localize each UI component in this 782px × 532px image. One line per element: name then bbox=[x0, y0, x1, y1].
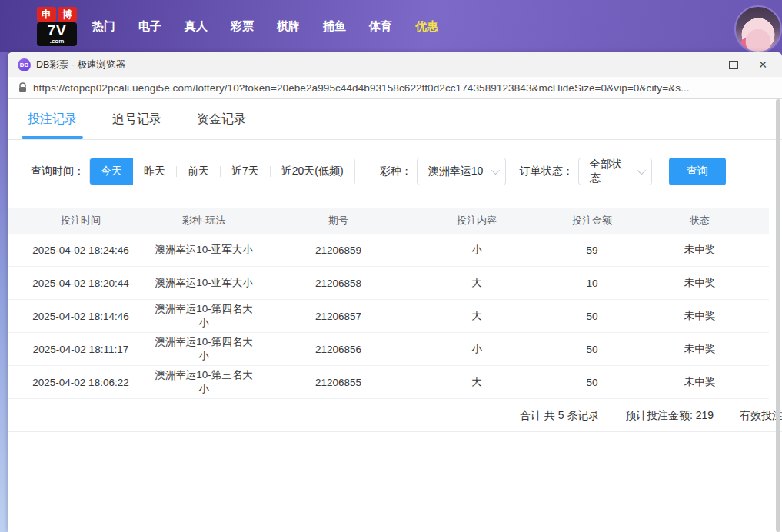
lottery-select-value: 澳洲幸运10 bbox=[428, 165, 484, 178]
cell-bet-content: 大 bbox=[423, 267, 531, 300]
logo-sub-text: .com bbox=[50, 38, 65, 45]
site-logo[interactable]: 申 博 7V .com bbox=[35, 7, 78, 46]
summary-row: 合计 共 5 条记录 预计投注金额: 219 有效投注 bbox=[8, 399, 782, 432]
cell-bet-time: 2025-04-02 18:11:17 bbox=[8, 333, 154, 366]
minimize-button[interactable] bbox=[690, 52, 719, 77]
cell-status: 未中奖 bbox=[654, 366, 746, 399]
logo-main-block: 7V .com bbox=[37, 22, 77, 46]
col-issue: 期号 bbox=[254, 208, 423, 234]
window-titlebar[interactable]: DB DB彩票 - 极速浏览器 ✕ bbox=[8, 52, 782, 77]
cell-bet-amount: 10 bbox=[531, 267, 654, 300]
site-nav-bar: 申 博 7V .com 热门 电子 真人 彩票 棋牌 捕鱼 体育 优惠 bbox=[0, 0, 782, 52]
logo-red-badge-right: 博 bbox=[58, 7, 77, 22]
cell-lottery-play: 澳洲幸运10-亚军大小 bbox=[154, 267, 254, 300]
time-option-yesterday[interactable]: 昨天 bbox=[133, 158, 176, 185]
nav-item-lottery[interactable]: 彩票 bbox=[219, 19, 265, 34]
cell-bet-amount: 50 bbox=[531, 300, 654, 333]
order-status-value: 全部状态 bbox=[590, 158, 630, 185]
nav-item-sports[interactable]: 体育 bbox=[358, 19, 404, 34]
cell-issue: 21206857 bbox=[254, 300, 423, 333]
window-title: DB彩票 - 极速浏览器 bbox=[36, 58, 125, 71]
cell-bet-amount: 50 bbox=[531, 333, 654, 366]
table-header-row: 投注时间 彩种-玩法 期号 投注内容 投注金额 状态 bbox=[8, 208, 769, 234]
cell-bet-time: 2025-04-02 18:20:44 bbox=[8, 267, 154, 300]
table-row: 2025-04-02 18:14:46 澳洲幸运10-第四名大小 2120685… bbox=[8, 300, 769, 333]
col-lottery-play: 彩种-玩法 bbox=[154, 208, 254, 234]
nav-item-promo[interactable]: 优惠 bbox=[404, 19, 450, 34]
nav-item-chess[interactable]: 棋牌 bbox=[265, 19, 311, 34]
time-range-group: 今天 昨天 前天 近7天 近20天(低频) bbox=[89, 158, 355, 185]
lottery-select[interactable]: 澳洲幸运10 bbox=[417, 158, 506, 185]
time-option-7days[interactable]: 近7天 bbox=[221, 158, 270, 185]
time-option-day-before[interactable]: 前天 bbox=[177, 158, 220, 185]
logo-main-text: 7V bbox=[47, 23, 66, 38]
status-filter-label: 订单状态： bbox=[520, 165, 574, 178]
user-avatar[interactable] bbox=[734, 5, 782, 53]
search-button[interactable]: 查询 bbox=[669, 158, 726, 185]
cell-bet-content: 小 bbox=[423, 333, 531, 366]
cell-bet-amount: 50 bbox=[531, 366, 654, 399]
chevron-down-icon bbox=[491, 166, 499, 175]
bet-records-table: 投注时间 彩种-玩法 期号 投注内容 投注金额 状态 2025-04-02 18… bbox=[8, 208, 769, 399]
logo-red-badge-left: 申 bbox=[37, 7, 56, 22]
cell-bet-time: 2025-04-02 18:24:46 bbox=[8, 234, 154, 267]
minimize-icon bbox=[700, 65, 709, 65]
time-filter-label: 查询时间： bbox=[31, 165, 85, 178]
cell-bet-time: 2025-04-02 18:06:22 bbox=[8, 366, 154, 399]
window-controls: ✕ bbox=[690, 52, 777, 77]
url-text[interactable]: https://ctopcp02pcali.uengi5e.com/lotter… bbox=[33, 82, 690, 94]
browser-app-icon: DB bbox=[18, 58, 31, 71]
lock-icon bbox=[18, 82, 27, 93]
browser-window: DB DB彩票 - 极速浏览器 ✕ https://ctopcp02pcali.… bbox=[8, 52, 782, 532]
tab-fund-records[interactable]: 资金记录 bbox=[197, 99, 246, 139]
cell-status: 未中奖 bbox=[654, 267, 746, 300]
record-tabs: 投注记录 追号记录 资金记录 bbox=[8, 99, 782, 140]
vertical-scrollbar[interactable] bbox=[776, 99, 780, 532]
cell-lottery-play: 澳洲幸运10-第四名大小 bbox=[154, 333, 254, 366]
cell-lottery-play: 澳洲幸运10-第三名大小 bbox=[154, 366, 254, 399]
col-bet-content: 投注内容 bbox=[423, 208, 531, 234]
col-bet-time: 投注时间 bbox=[8, 208, 154, 234]
cell-lottery-play: 澳洲幸运10-亚军大小 bbox=[154, 234, 254, 267]
cell-bet-time: 2025-04-02 18:14:46 bbox=[8, 300, 154, 333]
table-row: 2025-04-02 18:20:44 澳洲幸运10-亚军大小 21206858… bbox=[8, 267, 769, 300]
lottery-filter-label: 彩种： bbox=[380, 165, 412, 178]
tab-bet-records[interactable]: 投注记录 bbox=[28, 99, 77, 139]
summary-total-records: 合计 共 5 条记录 bbox=[520, 409, 599, 423]
cell-issue: 21206858 bbox=[254, 267, 423, 300]
close-icon: ✕ bbox=[758, 59, 767, 70]
browser-urlbar[interactable]: https://ctopcp02pcali.uengi5e.com/lotter… bbox=[8, 77, 782, 99]
table-row: 2025-04-02 18:11:17 澳洲幸运10-第四名大小 2120685… bbox=[8, 333, 769, 366]
close-button[interactable]: ✕ bbox=[748, 52, 777, 77]
page-content: 投注记录 追号记录 资金记录 查询时间： 今天 昨天 前天 近7天 近20天(低… bbox=[8, 99, 782, 532]
chevron-down-icon bbox=[637, 166, 646, 175]
nav-item-fishing[interactable]: 捕鱼 bbox=[311, 19, 358, 34]
nav-item-electronic[interactable]: 电子 bbox=[127, 19, 173, 34]
maximize-icon bbox=[729, 61, 738, 69]
site-nav-menu: 热门 电子 真人 彩票 棋牌 捕鱼 体育 优惠 bbox=[81, 0, 450, 52]
time-option-20days[interactable]: 近20天(低频) bbox=[271, 158, 354, 185]
summary-expected-amount: 预计投注金额: 219 bbox=[625, 409, 714, 423]
nav-item-live[interactable]: 真人 bbox=[173, 19, 219, 34]
cell-bet-content: 大 bbox=[423, 366, 531, 399]
cell-status: 未中奖 bbox=[654, 333, 746, 366]
table-row: 2025-04-02 18:06:22 澳洲幸运10-第三名大小 2120685… bbox=[8, 366, 769, 399]
table-row: 2025-04-02 18:24:46 澳洲幸运10-亚军大小 21206859… bbox=[8, 234, 769, 267]
cell-status: 未中奖 bbox=[654, 234, 746, 267]
cell-issue: 21206855 bbox=[254, 366, 423, 399]
time-option-today[interactable]: 今天 bbox=[90, 158, 133, 185]
maximize-button[interactable] bbox=[719, 52, 748, 77]
col-bet-amount: 投注金额 bbox=[531, 208, 654, 234]
cell-issue: 21206856 bbox=[254, 333, 423, 366]
cell-status: 未中奖 bbox=[654, 300, 746, 333]
cell-bet-content: 大 bbox=[423, 300, 531, 333]
cell-lottery-play: 澳洲幸运10-第四名大小 bbox=[154, 300, 254, 333]
filter-row: 查询时间： 今天 昨天 前天 近7天 近20天(低频) 彩种： 澳洲幸运10 订… bbox=[8, 158, 782, 185]
col-status: 状态 bbox=[654, 208, 746, 234]
cell-bet-content: 小 bbox=[423, 234, 531, 267]
order-status-select[interactable]: 全部状态 bbox=[578, 158, 652, 185]
cell-bet-amount: 59 bbox=[531, 234, 654, 267]
cell-issue: 21206859 bbox=[254, 234, 423, 267]
tab-chase-records[interactable]: 追号记录 bbox=[112, 99, 161, 139]
nav-item-hot[interactable]: 热门 bbox=[81, 19, 127, 34]
